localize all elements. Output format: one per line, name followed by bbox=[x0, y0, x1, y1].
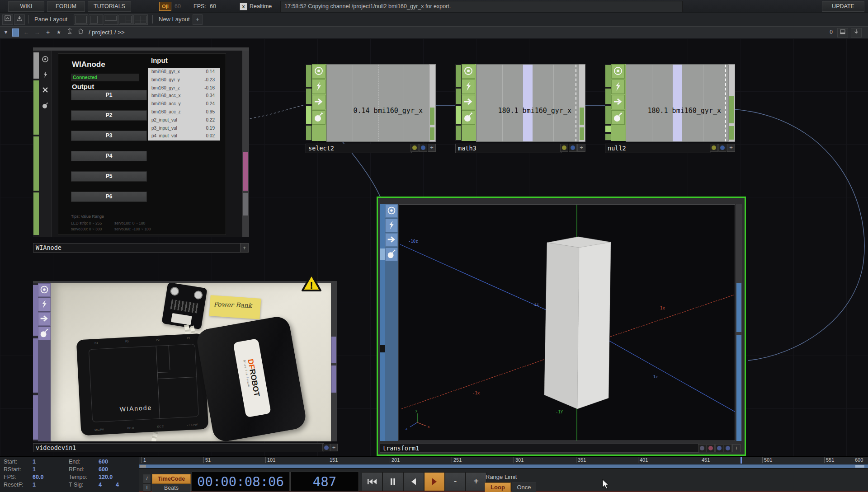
node-expand-button[interactable]: + bbox=[727, 144, 735, 152]
playhead[interactable] bbox=[741, 457, 742, 464]
node-name-field[interactable]: math3 bbox=[455, 144, 561, 153]
node-flag-button[interactable] bbox=[707, 444, 715, 452]
viewer-active-icon[interactable] bbox=[462, 64, 475, 79]
pane-type-dropdown-icon[interactable]: ▼ bbox=[1, 28, 10, 37]
save-layout-icon[interactable] bbox=[14, 14, 25, 25]
transform1-node[interactable]: -10z 1z -1z 1x -1x -1Y y x z transform1 … bbox=[377, 197, 746, 456]
chop-viewer[interactable]: 180.1 bmi160_gyr_x bbox=[476, 64, 579, 142]
pulse-icon[interactable] bbox=[312, 80, 326, 94]
viewer-active-icon[interactable] bbox=[611, 64, 625, 79]
layout-single[interactable] bbox=[74, 14, 88, 25]
layout-quad[interactable] bbox=[133, 14, 148, 25]
forward-icon[interactable]: → bbox=[33, 28, 42, 37]
input-connectors[interactable] bbox=[306, 64, 312, 141]
input-connectors[interactable] bbox=[605, 64, 611, 141]
timecode-mode-button[interactable]: TimeCode bbox=[152, 474, 191, 484]
menu-forum[interactable]: FORUM bbox=[47, 1, 85, 12]
export-arrow-icon[interactable] bbox=[312, 95, 326, 109]
node-flag-button[interactable] bbox=[419, 144, 427, 152]
viewer-active-icon[interactable] bbox=[38, 283, 51, 297]
p5-button[interactable]: P5 bbox=[71, 171, 147, 182]
node-flag-button[interactable] bbox=[718, 144, 726, 152]
node-expand-button[interactable]: + bbox=[577, 144, 585, 152]
output-connectors[interactable] bbox=[728, 64, 735, 142]
window-placement-icon[interactable] bbox=[2, 14, 13, 25]
step-back-button[interactable]: - bbox=[445, 472, 466, 491]
bomb-icon[interactable] bbox=[611, 110, 625, 125]
jump-to-start-button[interactable] bbox=[362, 472, 382, 491]
field-value[interactable]: 600 bbox=[99, 459, 108, 465]
pane-color-icon[interactable] bbox=[12, 28, 19, 37]
loop-button[interactable]: Loop bbox=[485, 483, 511, 492]
viewer-active-icon[interactable] bbox=[41, 55, 49, 65]
node-flag-button[interactable] bbox=[698, 444, 706, 452]
output-connectors[interactable] bbox=[331, 283, 337, 441]
layout-hsplit[interactable] bbox=[104, 14, 118, 25]
step-forward-button[interactable]: + bbox=[466, 472, 486, 491]
field-value[interactable]: 600 bbox=[99, 466, 108, 473]
node-name-field[interactable]: transform1 bbox=[380, 444, 699, 453]
field-value[interactable]: 1 bbox=[33, 459, 36, 465]
viewer-left-scrollbar[interactable] bbox=[380, 204, 385, 441]
once-button[interactable]: Once bbox=[512, 483, 536, 492]
pause-button[interactable] bbox=[382, 472, 403, 491]
chop-viewer[interactable]: 180.1 bmi160_gyr_x bbox=[626, 64, 729, 142]
update-button[interactable]: UPDATE bbox=[822, 1, 864, 12]
play-reverse-button[interactable] bbox=[403, 472, 424, 491]
pulse-icon[interactable] bbox=[385, 219, 398, 232]
node-name-field[interactable]: null2 bbox=[605, 144, 711, 153]
node-flag-button[interactable] bbox=[560, 144, 568, 152]
pulse-icon[interactable] bbox=[38, 298, 51, 311]
viewer-active-icon[interactable] bbox=[385, 204, 398, 218]
node-flag-button[interactable] bbox=[715, 444, 723, 452]
bomb-icon[interactable] bbox=[385, 248, 398, 261]
pulse-icon[interactable] bbox=[41, 70, 49, 80]
null2-node[interactable]: 180.1 bmi160_gyr_x null2 + bbox=[605, 64, 735, 153]
node-expand-button[interactable]: + bbox=[330, 444, 338, 451]
network-path-icon[interactable] bbox=[65, 28, 74, 37]
node-expand-button[interactable]: + bbox=[240, 243, 249, 253]
menu-tutorials[interactable]: TUTORIALS bbox=[88, 1, 131, 12]
node-flag-button[interactable] bbox=[322, 444, 330, 451]
bomb-icon[interactable] bbox=[41, 101, 49, 111]
bomb-icon[interactable] bbox=[38, 327, 51, 340]
beats-mode-button[interactable]: Beats bbox=[152, 484, 191, 492]
close-icon[interactable] bbox=[41, 86, 49, 96]
output-connectors[interactable] bbox=[242, 51, 249, 237]
ibeam-mode-button[interactable]: I bbox=[143, 483, 151, 492]
field-value[interactable]: 120.0 bbox=[99, 474, 113, 480]
input-connectors[interactable] bbox=[455, 64, 462, 141]
node-expand-button[interactable]: + bbox=[428, 144, 436, 152]
select2-node[interactable]: 0.14 bmi160_gyr_x select2 + bbox=[306, 64, 435, 153]
performance-monitor-badge[interactable]: O|I bbox=[159, 2, 171, 11]
output-connectors[interactable] bbox=[429, 64, 436, 142]
node-name-field[interactable]: select2 bbox=[306, 144, 412, 153]
math3-node[interactable]: 180.1 bmi160_gyr_x math3 + bbox=[455, 64, 585, 153]
breadcrumb[interactable]: / project1 / >> bbox=[89, 29, 125, 36]
node-name-field[interactable]: WIAnode bbox=[33, 243, 241, 253]
pulse-icon[interactable] bbox=[462, 80, 475, 94]
bomb-icon[interactable] bbox=[312, 110, 326, 125]
maximize-pane-icon[interactable] bbox=[837, 28, 848, 37]
layout-three[interactable] bbox=[118, 14, 133, 25]
export-arrow-icon[interactable] bbox=[38, 312, 51, 326]
viewer-active-icon[interactable] bbox=[312, 64, 326, 79]
p6-button[interactable]: P6 bbox=[71, 192, 147, 202]
add-layout-button[interactable]: + bbox=[193, 14, 203, 25]
node-flag-button[interactable] bbox=[569, 144, 577, 152]
p4-button[interactable]: P4 bbox=[71, 151, 147, 161]
field-value[interactable]: 4 bbox=[99, 482, 102, 488]
range-bar[interactable] bbox=[139, 464, 868, 469]
export-arrow-icon[interactable] bbox=[385, 233, 398, 247]
home-icon[interactable] bbox=[76, 28, 85, 37]
frame-ruler[interactable]: 1 51 101 151 201 251 301 351 401 451 501… bbox=[139, 457, 868, 464]
p1-button[interactable]: P1 bbox=[71, 90, 147, 100]
node-expand-button[interactable]: + bbox=[732, 444, 741, 452]
collapse-pane-icon[interactable] bbox=[851, 28, 862, 37]
slash-mode-button[interactable]: / bbox=[143, 474, 151, 483]
chop-viewer[interactable]: 0.14 bmi160_gyr_x bbox=[326, 64, 429, 142]
back-icon[interactable]: ← bbox=[22, 28, 31, 37]
field-value[interactable]: 1 bbox=[33, 482, 36, 488]
videodevin1-node[interactable]: WIAnode P4P3P2P1 MIC/PVI2C UI2C 2- + 5 P… bbox=[33, 281, 337, 453]
export-arrow-icon[interactable] bbox=[611, 95, 625, 109]
